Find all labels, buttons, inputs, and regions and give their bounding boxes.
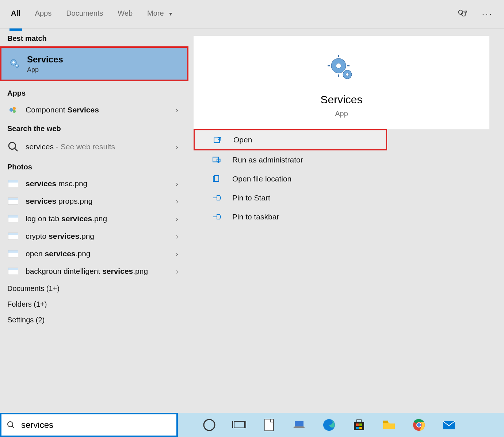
top-tab-bar: All Apps Documents Web More ▼ ···: [0, 0, 504, 28]
action-pin-start[interactable]: Pin to Start: [194, 188, 504, 207]
chevron-right-icon: ›: [176, 143, 181, 151]
feedback-icon[interactable]: [457, 8, 467, 20]
svg-rect-27: [265, 419, 274, 431]
documents-header[interactable]: Documents (1+): [0, 280, 188, 296]
best-match-header: Best match: [0, 28, 188, 46]
svg-line-10: [15, 148, 18, 151]
tab-more[interactable]: More ▼: [147, 9, 173, 19]
action-open[interactable]: Open: [194, 129, 387, 150]
result-photo-3[interactable]: log on tab services.png ›: [0, 210, 188, 227]
settings-header[interactable]: Settings (2): [0, 311, 188, 327]
chevron-right-icon: ›: [176, 232, 181, 241]
svg-point-39: [417, 423, 421, 427]
svg-rect-20: [213, 157, 218, 162]
more-options-icon[interactable]: ···: [482, 9, 493, 19]
svg-rect-33: [359, 423, 362, 426]
main-area: Best match Services App Apps Component S…: [0, 28, 504, 413]
tab-more-label: More: [147, 9, 164, 17]
result-best-match-services[interactable]: Services App: [0, 46, 188, 81]
svg-rect-19: [214, 138, 219, 143]
svg-rect-36: [383, 421, 388, 423]
image-thumb-icon: [7, 233, 19, 240]
svg-point-21: [8, 422, 13, 427]
task-view-icon[interactable]: [232, 418, 247, 432]
web-label: services - See web results: [26, 142, 169, 151]
svg-point-7: [13, 107, 16, 110]
svg-point-23: [204, 419, 215, 430]
chevron-right-icon: ›: [176, 267, 181, 276]
svg-point-9: [9, 142, 16, 149]
image-thumb-icon: [7, 215, 19, 222]
preview-title: Services: [320, 93, 362, 106]
result-photo-4[interactable]: crypto services.png ›: [0, 227, 188, 245]
file-explorer-icon[interactable]: [382, 418, 396, 432]
svg-rect-34: [356, 427, 359, 429]
svg-point-5: [16, 65, 18, 66]
tab-apps[interactable]: Apps: [35, 9, 52, 19]
chevron-right-icon: ›: [176, 197, 181, 206]
svg-point-8: [13, 110, 16, 113]
chevron-right-icon: ›: [176, 106, 181, 114]
tab-web[interactable]: Web: [118, 9, 133, 19]
bottom-row: [0, 413, 504, 437]
svg-point-6: [9, 108, 13, 112]
svg-point-14: [346, 73, 349, 76]
search-input[interactable]: [21, 420, 171, 430]
tab-documents[interactable]: Documents: [66, 9, 103, 19]
laptop-app-icon[interactable]: [292, 418, 306, 432]
result-component-services[interactable]: Component Services ›: [0, 101, 188, 119]
photos-header: Photos: [0, 157, 188, 175]
image-thumb-icon: [7, 180, 19, 187]
gear-icon: [9, 58, 20, 71]
preview-sub: App: [335, 110, 348, 118]
preview-card: Services App: [194, 36, 489, 129]
apps-header: Apps: [0, 83, 188, 101]
chevron-right-icon: ›: [176, 250, 181, 258]
results-panel: Best match Services App Apps Component S…: [0, 28, 188, 413]
svg-line-22: [12, 426, 14, 428]
svg-rect-31: [357, 420, 361, 422]
result-photo-5[interactable]: open services.png ›: [0, 245, 188, 262]
svg-point-12: [336, 63, 341, 68]
chrome-browser-icon[interactable]: [412, 418, 426, 432]
image-thumb-icon: [7, 250, 19, 257]
document-app-icon[interactable]: [262, 418, 276, 432]
mail-app-icon[interactable]: [442, 418, 456, 432]
image-thumb-icon: [7, 198, 19, 205]
svg-point-3: [12, 61, 15, 64]
svg-rect-28: [295, 421, 303, 426]
preview-panel: Services App Open Run as administrator O…: [188, 28, 504, 413]
svg-rect-30: [354, 422, 364, 430]
search-icon: [7, 421, 15, 429]
search-box[interactable]: [0, 413, 178, 437]
chevron-right-icon: ›: [176, 180, 181, 188]
best-match-sub: App: [27, 66, 63, 74]
svg-rect-24: [234, 421, 244, 428]
result-photo-2[interactable]: services props.png ›: [0, 192, 188, 210]
svg-rect-32: [356, 423, 359, 426]
best-match-title: Services: [27, 54, 63, 65]
cortana-icon[interactable]: [202, 418, 217, 432]
image-thumb-icon: [7, 268, 19, 275]
result-web-services[interactable]: services - See web results ›: [0, 137, 188, 157]
action-run-admin[interactable]: Run as administrator: [194, 150, 504, 169]
chevron-right-icon: ›: [176, 215, 181, 223]
edge-browser-icon[interactable]: [322, 418, 336, 432]
gear-icon: [327, 54, 356, 85]
tab-all[interactable]: All: [11, 9, 20, 19]
svg-rect-35: [359, 427, 362, 429]
action-open-location[interactable]: Open file location: [194, 169, 504, 188]
component-icon: [7, 106, 19, 114]
result-photo-1[interactable]: services msc.png ›: [0, 175, 188, 192]
component-label: Component Services: [26, 106, 169, 114]
result-photo-6[interactable]: backgroun dintelligent services.png ›: [0, 262, 188, 280]
preview-actions: Open Run as administrator Open file loca…: [194, 129, 504, 226]
microsoft-store-icon[interactable]: [352, 418, 366, 432]
action-pin-taskbar[interactable]: Pin to taskbar: [194, 207, 504, 226]
search-icon: [7, 141, 19, 153]
taskbar: [178, 413, 504, 437]
folders-header[interactable]: Folders (1+): [0, 296, 188, 311]
chevron-down-icon: ▼: [168, 11, 173, 17]
search-web-header: Search the web: [0, 119, 188, 137]
